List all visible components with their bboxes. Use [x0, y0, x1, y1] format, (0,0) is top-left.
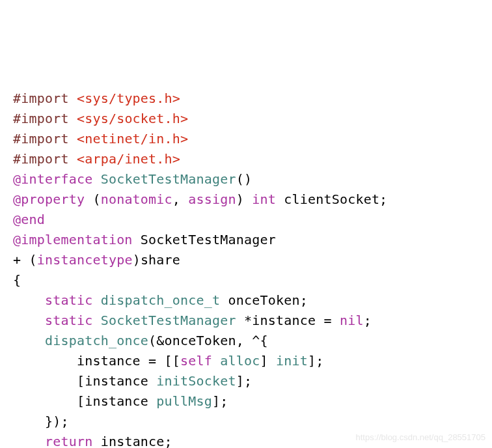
- code-token: {: [13, 272, 21, 288]
- code-token: init: [276, 353, 308, 369]
- code-token: assign: [188, 191, 236, 207]
- code-token: onceToken;: [220, 292, 308, 308]
- code-token: [13, 434, 45, 448]
- code-token: @end: [13, 212, 45, 227]
- code-token: [92, 292, 100, 308]
- code-token: (: [85, 191, 100, 207]
- code-token: instance = [[: [13, 353, 180, 369]
- code-token: <netinet/in.h>: [77, 131, 188, 147]
- code-token: #import: [13, 91, 69, 106]
- code-line: @interface SocketTestManager(): [13, 169, 479, 189]
- code-token: ): [236, 191, 252, 207]
- code-token: [212, 353, 220, 369]
- code-line: dispatch_once(&onceToken, ^{: [13, 331, 479, 351]
- code-line: @property (nonatomic, assign) int client…: [13, 189, 479, 210]
- code-token: [69, 151, 77, 167]
- code-line: + (instancetype)share: [13, 250, 479, 270]
- code-token: dispatch_once: [45, 333, 148, 348]
- code-token: SocketTestManager: [101, 313, 236, 328]
- code-line: static SocketTestManager *instance = nil…: [13, 311, 479, 331]
- code-token: ];: [212, 393, 228, 409]
- code-token: instancetype: [37, 252, 133, 268]
- code-token: alloc: [220, 353, 260, 369]
- code-line: static dispatch_once_t onceToken;: [13, 290, 479, 311]
- code-token: <arpa/inet.h>: [77, 151, 180, 167]
- code-line: @end: [13, 210, 479, 230]
- code-line: #import <sys/socket.h>: [13, 109, 479, 129]
- code-line: #import <sys/types.h>: [13, 89, 479, 109]
- code-token: ]: [260, 353, 276, 369]
- code-line: @implementation SocketTestManager: [13, 230, 479, 250]
- code-line: #import <arpa/inet.h>: [13, 149, 479, 169]
- code-token: [instance: [13, 373, 156, 389]
- code-token: <sys/socket.h>: [77, 111, 188, 126]
- code-token: ;: [364, 313, 372, 328]
- code-block: #import <sys/types.h>#import <sys/socket…: [13, 89, 479, 448]
- code-token: [69, 111, 77, 126]
- watermark-text: https://blog.csdn.net/qq_28551705: [356, 431, 486, 444]
- code-line: [instance initSocket];: [13, 371, 479, 391]
- code-token: #import: [13, 151, 69, 167]
- code-token: (): [236, 171, 252, 187]
- code-token: (&onceToken, ^{: [148, 333, 268, 348]
- code-line: });: [13, 412, 479, 432]
- code-line: [instance pullMsg];: [13, 391, 479, 412]
- code-token: + (: [13, 252, 37, 268]
- code-token: @property: [13, 191, 85, 207]
- code-token: [instance: [13, 393, 156, 409]
- code-line: instance = [[self alloc] init];: [13, 351, 479, 371]
- code-token: [69, 91, 77, 106]
- code-token: ];: [308, 353, 323, 369]
- code-token: static: [45, 292, 92, 308]
- code-token: [92, 171, 100, 187]
- code-token: });: [13, 413, 69, 429]
- code-token: static: [45, 313, 92, 328]
- code-token: pullMsg: [156, 393, 212, 409]
- code-token: [13, 333, 45, 348]
- code-token: SocketTestManager: [133, 232, 276, 247]
- code-token: int: [252, 191, 276, 207]
- code-token: instance;: [92, 434, 172, 448]
- code-token: dispatch_once_t: [101, 292, 221, 308]
- code-token: self: [180, 353, 212, 369]
- code-token: ,: [172, 191, 188, 207]
- code-token: #import: [13, 111, 69, 126]
- code-token: [13, 313, 45, 328]
- code-token: nonatomic: [101, 191, 172, 207]
- code-token: return: [45, 434, 92, 448]
- code-token: nil: [340, 313, 364, 328]
- code-token: [92, 313, 100, 328]
- code-token: [69, 131, 77, 147]
- code-token: @interface: [13, 171, 92, 187]
- code-token: @implementation: [13, 232, 133, 247]
- code-line: {: [13, 270, 479, 290]
- code-token: <sys/types.h>: [77, 91, 180, 106]
- code-token: )share: [133, 252, 180, 268]
- code-token: ];: [236, 373, 252, 389]
- code-token: [13, 292, 45, 308]
- code-token: initSocket: [156, 373, 236, 389]
- code-token: #import: [13, 131, 69, 147]
- code-token: *instance =: [236, 313, 340, 328]
- code-line: #import <netinet/in.h>: [13, 129, 479, 149]
- code-token: clientSocket;: [276, 191, 387, 207]
- code-token: SocketTestManager: [101, 171, 236, 187]
